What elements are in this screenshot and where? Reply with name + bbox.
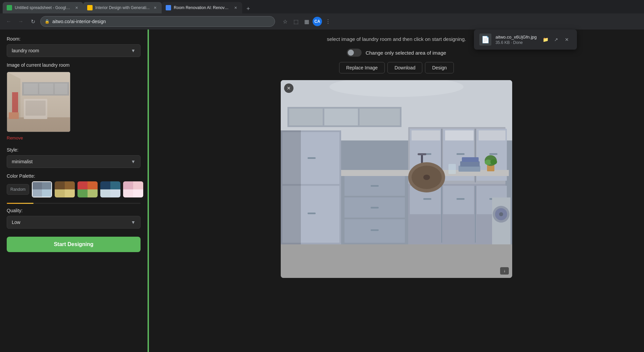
generated-room-image: ↓ <box>281 80 512 278</box>
image-modal: ✕ <box>281 80 512 278</box>
svg-rect-49 <box>418 153 426 155</box>
svg-rect-56 <box>462 157 479 162</box>
svg-point-59 <box>485 160 491 165</box>
back-button[interactable]: ← <box>4 17 13 26</box>
toggle-knob <box>348 50 354 56</box>
svg-rect-13 <box>281 244 512 278</box>
svg-rect-30 <box>443 186 474 214</box>
download-close-button[interactable]: ✕ <box>562 35 572 44</box>
forward-button[interactable]: → <box>16 17 25 26</box>
tab-3-favicon <box>166 5 171 10</box>
color-palette-row: Random <box>7 181 141 197</box>
download-button[interactable]: Download <box>387 62 422 73</box>
tab-3-close[interactable]: ✕ <box>233 5 238 10</box>
address-text: aitwo.co/ai-interior-design <box>52 19 271 24</box>
svg-rect-24 <box>445 130 474 140</box>
download-actions: 📁 ↗ ✕ <box>541 35 572 44</box>
quality-dropdown-arrow: ▼ <box>131 220 136 225</box>
sidebar: Room: laundry room ▼ Image of current la… <box>0 30 148 352</box>
tab-1-title: Untitled spreadsheet - Google ... <box>15 5 71 10</box>
svg-point-60 <box>490 159 497 165</box>
svg-rect-46 <box>371 229 379 231</box>
extensions-button[interactable]: ⬚ <box>291 17 301 26</box>
download-folder-button[interactable]: 📁 <box>541 35 550 44</box>
svg-rect-33 <box>457 198 465 200</box>
tab-3[interactable]: Room Renovation AI: Renova... ✕ <box>162 2 242 13</box>
style-dropdown[interactable]: minimalist ▼ <box>7 155 141 168</box>
browser-chrome: Untitled spreadsheet - Google ... ✕ Inte… <box>0 0 644 30</box>
style-label: Style: <box>7 147 141 153</box>
tab-1-close[interactable]: ✕ <box>74 5 79 10</box>
page-content: Room: laundry room ▼ Image of current la… <box>0 30 644 352</box>
palette-1[interactable] <box>32 181 52 197</box>
start-designing-button[interactable]: Start Designing <box>7 237 141 252</box>
room-dropdown[interactable]: laundry room ▼ <box>7 44 141 57</box>
tab-2-favicon <box>87 5 93 10</box>
profile-button[interactable]: CA <box>313 17 322 26</box>
room-label: Room: <box>7 36 141 42</box>
svg-point-52 <box>423 175 430 180</box>
star-button[interactable]: ☆ <box>280 17 290 26</box>
svg-rect-53 <box>448 164 456 174</box>
toggle-switch[interactable] <box>347 49 362 57</box>
action-buttons: Replace Image Download Design <box>157 62 636 73</box>
room-image-upload[interactable] <box>7 72 70 132</box>
tab-bar: Untitled spreadsheet - Google ... ✕ Inte… <box>0 0 644 13</box>
download-info: aitwo.co_x6UjGfn.jpg 35.6 KB · Done <box>495 35 537 45</box>
svg-rect-70 <box>360 109 400 125</box>
download-popup: 📄 aitwo.co_x6UjGfn.jpg 35.6 KB · Done 📁 … <box>474 30 577 50</box>
remove-link[interactable]: Remove <box>7 135 23 140</box>
style-dropdown-arrow: ▼ <box>131 159 136 164</box>
svg-rect-69 <box>324 109 358 125</box>
color-palette-label: Color Palette: <box>7 173 141 179</box>
settings-button[interactable]: ⋮ <box>323 17 333 26</box>
palette-random-btn[interactable]: Random <box>7 184 29 195</box>
svg-rect-32 <box>423 198 431 200</box>
sidebar-button[interactable]: ▦ <box>302 17 311 26</box>
quality-dropdown-value: Low <box>12 220 20 225</box>
palette-3[interactable] <box>77 181 98 197</box>
svg-rect-68 <box>289 109 323 125</box>
tab-1[interactable]: Untitled spreadsheet - Google ... ✕ <box>3 2 83 13</box>
download-meta: 35.6 KB · Done <box>495 40 537 45</box>
lock-icon: 🔒 <box>45 19 50 24</box>
download-file-icon: 📄 <box>479 34 491 46</box>
svg-rect-45 <box>371 207 379 209</box>
color-palette-section: Color Palette: Random <box>7 173 141 197</box>
new-tab-button[interactable]: + <box>244 4 253 13</box>
reload-button[interactable]: ↻ <box>28 17 38 26</box>
progress-bar-fill <box>7 203 34 204</box>
quality-section: Quality: Low ▼ <box>7 208 141 229</box>
palette-4[interactable] <box>100 181 120 197</box>
toggle-row: Change only selected area of image <box>157 49 636 57</box>
download-open-button[interactable]: ↗ <box>551 35 561 44</box>
address-input[interactable]: 🔒 aitwo.co/ai-interior-design <box>40 16 275 27</box>
progress-bar <box>7 203 141 204</box>
svg-rect-21 <box>457 153 465 155</box>
svg-marker-66 <box>281 130 301 244</box>
tab-3-title: Room Renovation AI: Renova... <box>174 5 230 10</box>
scroll-button[interactable]: ↓ <box>500 267 509 275</box>
style-dropdown-value: minimalist <box>12 159 33 164</box>
quality-label: Quality: <box>7 208 141 213</box>
image-section-title: Image of current laundry room <box>7 62 141 68</box>
toolbar-icons: ☆ ⬚ ▦ CA ⋮ <box>280 17 333 26</box>
design-button[interactable]: Design <box>425 62 454 73</box>
svg-rect-22 <box>489 153 497 155</box>
address-bar: ← → ↻ 🔒 aitwo.co/ai-interior-design ☆ ⬚ … <box>0 13 644 30</box>
room-image-placeholder <box>7 72 70 132</box>
modal-close-button[interactable]: ✕ <box>284 83 293 93</box>
main-content: select image of laundry room and then cl… <box>149 30 644 352</box>
tab-1-favicon <box>7 5 12 10</box>
svg-rect-44 <box>371 185 379 187</box>
tab-2-close[interactable]: ✕ <box>152 5 158 10</box>
svg-point-64 <box>499 212 503 216</box>
quality-dropdown[interactable]: Low ▼ <box>7 216 141 229</box>
replace-image-button[interactable]: Replace Image <box>339 62 385 73</box>
svg-rect-38 <box>308 157 316 159</box>
palette-5[interactable] <box>123 181 143 197</box>
tab-2[interactable]: Interior Design with Generati... ✕ <box>83 2 162 13</box>
palette-2[interactable] <box>55 181 75 197</box>
room-dropdown-arrow: ▼ <box>131 48 136 53</box>
svg-rect-55 <box>460 161 480 167</box>
